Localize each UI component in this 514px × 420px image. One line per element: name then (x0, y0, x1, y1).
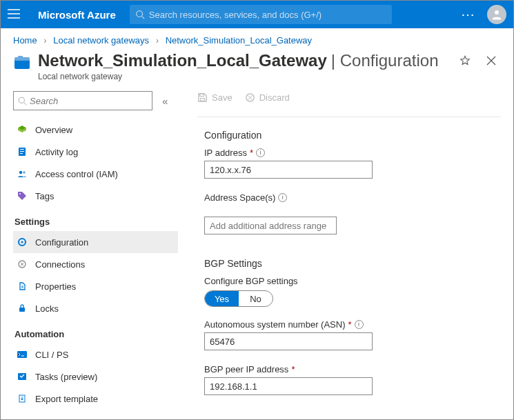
tasks-icon (16, 372, 28, 381)
log-icon (16, 147, 28, 157)
breadcrumb-level1[interactable]: Local network gateways (53, 35, 149, 46)
svg-rect-8 (20, 151, 24, 152)
tag-icon (16, 191, 28, 201)
favorite-icon[interactable] (459, 55, 471, 68)
configure-bgp-label: Configure BGP settings (204, 276, 298, 286)
properties-icon (16, 281, 28, 291)
bgp-toggle[interactable]: Yes No (204, 290, 273, 307)
svg-rect-16 (19, 308, 25, 312)
bgp-toggle-no[interactable]: No (239, 291, 273, 306)
svg-rect-2 (14, 59, 30, 69)
svg-point-12 (19, 193, 21, 194)
svg-rect-21 (201, 98, 205, 101)
page-section: Configuration (340, 51, 439, 70)
connection-icon (16, 259, 28, 269)
peer-ip-input[interactable]: 192.168.1.1 (204, 377, 373, 395)
svg-point-5 (19, 97, 24, 103)
lock-icon (16, 303, 28, 313)
sidebar-item-tasks[interactable]: Tasks (preview) (13, 366, 178, 388)
breadcrumb-level2[interactable]: Network_Simulation_Local_Gateway (166, 35, 312, 46)
required-icon: * (348, 319, 351, 330)
address-spaces-label: Address Space(s) (204, 192, 275, 203)
page-subtitle: Local network gateway (38, 72, 459, 81)
breadcrumb-home[interactable]: Home (13, 35, 37, 46)
discard-icon (245, 92, 255, 103)
sidebar-item-locks[interactable]: Locks (13, 297, 178, 319)
global-search-placeholder: Search resources, services, and docs (G+… (149, 10, 322, 20)
asn-input[interactable]: 65476 (204, 332, 373, 350)
asn-label: Autonomous system number (ASN) (204, 319, 345, 330)
sidebar-section-automation: Automation (14, 329, 178, 339)
collapse-icon[interactable]: « (162, 95, 168, 107)
save-icon (197, 92, 208, 103)
svg-rect-9 (20, 153, 23, 154)
sidebar-search-placeholder: Search (30, 96, 58, 106)
save-button[interactable]: Save (197, 92, 233, 103)
sidebar-item-configuration[interactable]: Configuration (13, 231, 178, 253)
ip-label: IP address (204, 148, 247, 158)
main-panel: Save Discard Configuration IP address * … (182, 91, 501, 420)
global-search[interactable]: Search resources, services, and docs (G+… (130, 5, 392, 24)
people-icon (16, 170, 28, 178)
cli-icon (16, 351, 28, 358)
more-icon[interactable]: ⋯ (461, 6, 476, 23)
overview-icon (16, 125, 28, 134)
svg-rect-7 (20, 149, 24, 150)
svg-rect-4 (18, 56, 23, 59)
page-title: Network_Simulation_Local_Gateway (38, 51, 327, 70)
sidebar-item-connections[interactable]: Connections (13, 253, 178, 275)
menu-icon[interactable] (8, 9, 24, 21)
discard-button[interactable]: Discard (245, 92, 290, 103)
info-icon[interactable]: i (256, 148, 265, 157)
avatar[interactable] (487, 5, 506, 24)
gear-icon (16, 237, 28, 247)
sidebar-item-activity-log[interactable]: Activity log (13, 141, 178, 163)
address-range-input[interactable]: Add additional address range (204, 217, 337, 234)
bgp-toggle-yes[interactable]: Yes (205, 291, 239, 306)
svg-point-0 (137, 11, 143, 17)
sidebar-item-overview[interactable]: Overview (13, 119, 178, 141)
sidebar-search[interactable]: Search (13, 91, 152, 110)
sidebar-item-export[interactable]: Export template (13, 388, 178, 410)
chevron-right-icon: › (156, 35, 159, 46)
required-icon: * (250, 148, 253, 158)
page-header: Network_Simulation_Local_Gateway | Confi… (1, 50, 513, 86)
sidebar-item-properties[interactable]: Properties (13, 275, 178, 297)
breadcrumb: Home › Local network gateways › Network_… (1, 28, 513, 50)
svg-point-10 (19, 171, 22, 174)
peer-ip-label: BGP peer IP address (204, 364, 288, 374)
ip-address-input[interactable]: 120.x.x.76 (204, 161, 373, 179)
svg-point-14 (21, 241, 23, 243)
svg-point-11 (23, 171, 26, 174)
close-icon[interactable] (486, 55, 497, 68)
sidebar-section-settings: Settings (14, 217, 178, 227)
search-icon (18, 97, 27, 106)
top-bar: Microsoft Azure Search resources, servic… (1, 1, 513, 28)
search-icon (135, 10, 145, 19)
chevron-right-icon: › (43, 35, 46, 46)
config-heading: Configuration (204, 130, 501, 141)
sidebar-item-iam[interactable]: Access control (IAM) (13, 163, 178, 185)
info-icon[interactable]: i (278, 193, 287, 202)
required-icon: * (291, 364, 295, 374)
svg-point-1 (495, 10, 499, 14)
brand-label: Microsoft Azure (38, 9, 116, 21)
info-icon[interactable]: i (355, 320, 364, 329)
export-icon (16, 394, 28, 403)
bgp-heading: BGP Settings (204, 258, 501, 269)
sidebar-item-tags[interactable]: Tags (13, 185, 178, 207)
sidebar: Search « Overview Activity log Access co… (13, 91, 182, 420)
sidebar-item-cli[interactable]: CLI / PS (13, 343, 178, 366)
resource-icon (13, 55, 32, 72)
